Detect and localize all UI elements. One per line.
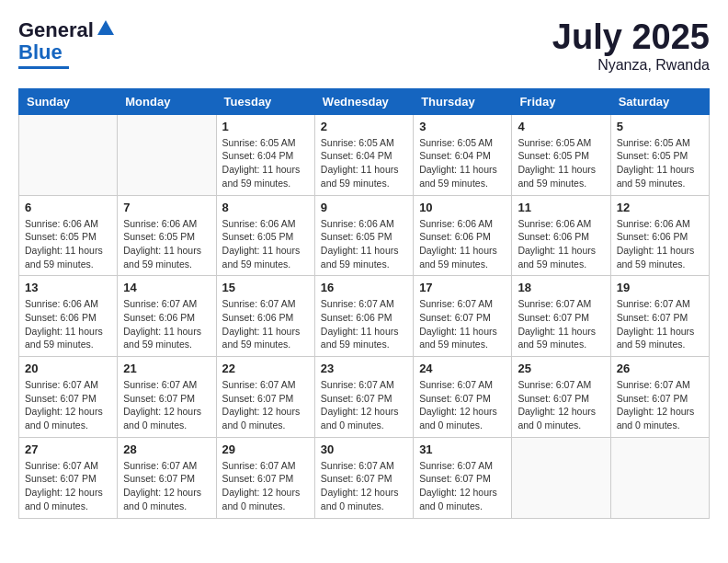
day-info: Sunrise: 6:07 AMSunset: 6:07 PMDaylight:… bbox=[25, 459, 111, 513]
day-info: Sunrise: 6:06 AMSunset: 6:06 PMDaylight:… bbox=[617, 217, 703, 271]
day-number: 26 bbox=[617, 362, 703, 375]
day-info: Sunrise: 6:05 AMSunset: 6:05 PMDaylight:… bbox=[518, 136, 604, 190]
calendar-week-row: 27Sunrise: 6:07 AMSunset: 6:07 PMDayligh… bbox=[19, 437, 710, 518]
logo-icon bbox=[96, 18, 116, 39]
calendar-day-cell: 6Sunrise: 6:06 AMSunset: 6:05 PMDaylight… bbox=[19, 195, 118, 276]
logo: General Blue bbox=[18, 18, 116, 69]
day-info: Sunrise: 6:05 AMSunset: 6:05 PMDaylight:… bbox=[617, 136, 703, 190]
day-number: 23 bbox=[321, 362, 407, 375]
weekday-header: Sunday bbox=[19, 88, 118, 114]
calendar-day-cell bbox=[19, 114, 118, 195]
page-header: General Blue July 2025 Nyanza, Rwanda bbox=[18, 18, 710, 74]
calendar-week-row: 6Sunrise: 6:06 AMSunset: 6:05 PMDaylight… bbox=[19, 195, 710, 276]
day-number: 17 bbox=[419, 281, 506, 294]
day-number: 3 bbox=[419, 120, 506, 133]
calendar-day-cell: 3Sunrise: 6:05 AMSunset: 6:04 PMDaylight… bbox=[414, 114, 512, 195]
day-number: 24 bbox=[419, 362, 506, 375]
day-number: 9 bbox=[321, 201, 407, 214]
day-info: Sunrise: 6:07 AMSunset: 6:07 PMDaylight:… bbox=[617, 378, 703, 432]
calendar-day-cell: 31Sunrise: 6:07 AMSunset: 6:07 PMDayligh… bbox=[414, 437, 512, 518]
calendar-day-cell: 30Sunrise: 6:07 AMSunset: 6:07 PMDayligh… bbox=[314, 437, 413, 518]
day-number: 14 bbox=[123, 281, 210, 294]
day-info: Sunrise: 6:06 AMSunset: 6:05 PMDaylight:… bbox=[321, 217, 407, 271]
day-info: Sunrise: 6:07 AMSunset: 6:06 PMDaylight:… bbox=[222, 297, 309, 351]
day-number: 6 bbox=[25, 201, 111, 214]
calendar-day-cell bbox=[118, 114, 216, 195]
day-number: 29 bbox=[222, 442, 309, 456]
calendar-day-cell: 23Sunrise: 6:07 AMSunset: 6:07 PMDayligh… bbox=[314, 357, 413, 438]
day-number: 21 bbox=[123, 362, 210, 375]
day-info: Sunrise: 6:06 AMSunset: 6:06 PMDaylight:… bbox=[419, 217, 506, 271]
calendar-day-cell: 26Sunrise: 6:07 AMSunset: 6:07 PMDayligh… bbox=[610, 357, 709, 438]
day-info: Sunrise: 6:07 AMSunset: 6:07 PMDaylight:… bbox=[617, 297, 703, 351]
day-info: Sunrise: 6:07 AMSunset: 6:07 PMDaylight:… bbox=[222, 378, 309, 432]
calendar-day-cell: 11Sunrise: 6:06 AMSunset: 6:06 PMDayligh… bbox=[512, 195, 610, 276]
calendar-day-cell: 21Sunrise: 6:07 AMSunset: 6:07 PMDayligh… bbox=[118, 357, 216, 438]
day-info: Sunrise: 6:06 AMSunset: 6:05 PMDaylight:… bbox=[123, 217, 210, 271]
calendar-day-cell: 4Sunrise: 6:05 AMSunset: 6:05 PMDaylight… bbox=[512, 114, 610, 195]
day-number: 4 bbox=[518, 120, 604, 133]
calendar-day-cell: 17Sunrise: 6:07 AMSunset: 6:07 PMDayligh… bbox=[414, 276, 512, 357]
day-number: 28 bbox=[123, 442, 210, 456]
calendar-day-cell: 2Sunrise: 6:05 AMSunset: 6:04 PMDaylight… bbox=[314, 114, 413, 195]
day-number: 20 bbox=[25, 362, 111, 375]
calendar-day-cell: 15Sunrise: 6:07 AMSunset: 6:06 PMDayligh… bbox=[216, 276, 314, 357]
location: Nyanza, Rwanda bbox=[552, 57, 710, 74]
svg-marker-0 bbox=[97, 20, 114, 35]
day-number: 11 bbox=[518, 201, 604, 214]
day-info: Sunrise: 6:06 AMSunset: 6:05 PMDaylight:… bbox=[222, 217, 309, 271]
month-year: July 2025 bbox=[552, 18, 710, 57]
day-info: Sunrise: 6:07 AMSunset: 6:07 PMDaylight:… bbox=[518, 378, 604, 432]
calendar-day-cell bbox=[610, 437, 709, 518]
day-info: Sunrise: 6:07 AMSunset: 6:07 PMDaylight:… bbox=[518, 297, 604, 351]
day-info: Sunrise: 6:07 AMSunset: 6:07 PMDaylight:… bbox=[419, 297, 506, 351]
day-number: 12 bbox=[617, 201, 703, 214]
weekday-header: Tuesday bbox=[216, 88, 314, 114]
day-info: Sunrise: 6:05 AMSunset: 6:04 PMDaylight:… bbox=[222, 136, 309, 190]
day-info: Sunrise: 6:07 AMSunset: 6:07 PMDaylight:… bbox=[123, 459, 210, 513]
day-number: 8 bbox=[222, 201, 309, 214]
calendar-day-cell: 29Sunrise: 6:07 AMSunset: 6:07 PMDayligh… bbox=[216, 437, 314, 518]
logo-general: General bbox=[18, 18, 94, 42]
day-info: Sunrise: 6:07 AMSunset: 6:06 PMDaylight:… bbox=[123, 297, 210, 351]
calendar-week-row: 13Sunrise: 6:06 AMSunset: 6:06 PMDayligh… bbox=[19, 276, 710, 357]
calendar-day-cell: 18Sunrise: 6:07 AMSunset: 6:07 PMDayligh… bbox=[512, 276, 610, 357]
calendar-day-cell: 8Sunrise: 6:06 AMSunset: 6:05 PMDaylight… bbox=[216, 195, 314, 276]
day-number: 19 bbox=[617, 281, 703, 294]
day-number: 13 bbox=[25, 281, 111, 294]
weekday-header: Wednesday bbox=[314, 88, 413, 114]
calendar-header-row: SundayMondayTuesdayWednesdayThursdayFrid… bbox=[19, 88, 710, 114]
calendar-day-cell: 10Sunrise: 6:06 AMSunset: 6:06 PMDayligh… bbox=[414, 195, 512, 276]
calendar-day-cell: 9Sunrise: 6:06 AMSunset: 6:05 PMDaylight… bbox=[314, 195, 413, 276]
day-number: 16 bbox=[321, 281, 407, 294]
logo-underline bbox=[18, 66, 69, 69]
calendar-table: SundayMondayTuesdayWednesdayThursdayFrid… bbox=[18, 88, 710, 519]
calendar-week-row: 1Sunrise: 6:05 AMSunset: 6:04 PMDaylight… bbox=[19, 114, 710, 195]
day-number: 22 bbox=[222, 362, 309, 375]
calendar-day-cell: 20Sunrise: 6:07 AMSunset: 6:07 PMDayligh… bbox=[19, 357, 118, 438]
weekday-header: Friday bbox=[512, 88, 610, 114]
day-info: Sunrise: 6:07 AMSunset: 6:07 PMDaylight:… bbox=[123, 378, 210, 432]
calendar-day-cell: 19Sunrise: 6:07 AMSunset: 6:07 PMDayligh… bbox=[610, 276, 709, 357]
calendar-day-cell bbox=[512, 437, 610, 518]
day-info: Sunrise: 6:06 AMSunset: 6:06 PMDaylight:… bbox=[518, 217, 604, 271]
day-number: 30 bbox=[321, 442, 407, 456]
day-number: 15 bbox=[222, 281, 309, 294]
day-number: 7 bbox=[123, 201, 210, 214]
calendar-day-cell: 22Sunrise: 6:07 AMSunset: 6:07 PMDayligh… bbox=[216, 357, 314, 438]
calendar-day-cell: 7Sunrise: 6:06 AMSunset: 6:05 PMDaylight… bbox=[118, 195, 216, 276]
calendar-day-cell: 12Sunrise: 6:06 AMSunset: 6:06 PMDayligh… bbox=[610, 195, 709, 276]
day-number: 1 bbox=[222, 120, 309, 133]
calendar-day-cell: 16Sunrise: 6:07 AMSunset: 6:06 PMDayligh… bbox=[314, 276, 413, 357]
day-info: Sunrise: 6:07 AMSunset: 6:07 PMDaylight:… bbox=[25, 378, 111, 432]
day-info: Sunrise: 6:07 AMSunset: 6:07 PMDaylight:… bbox=[419, 378, 506, 432]
day-number: 5 bbox=[617, 120, 703, 133]
title-block: July 2025 Nyanza, Rwanda bbox=[552, 18, 710, 74]
logo-blue: Blue bbox=[18, 40, 63, 64]
day-info: Sunrise: 6:06 AMSunset: 6:06 PMDaylight:… bbox=[25, 297, 111, 351]
weekday-header: Monday bbox=[118, 88, 216, 114]
day-info: Sunrise: 6:07 AMSunset: 6:07 PMDaylight:… bbox=[321, 459, 407, 513]
day-number: 27 bbox=[25, 442, 111, 456]
day-info: Sunrise: 6:06 AMSunset: 6:05 PMDaylight:… bbox=[25, 217, 111, 271]
day-number: 10 bbox=[419, 201, 506, 214]
